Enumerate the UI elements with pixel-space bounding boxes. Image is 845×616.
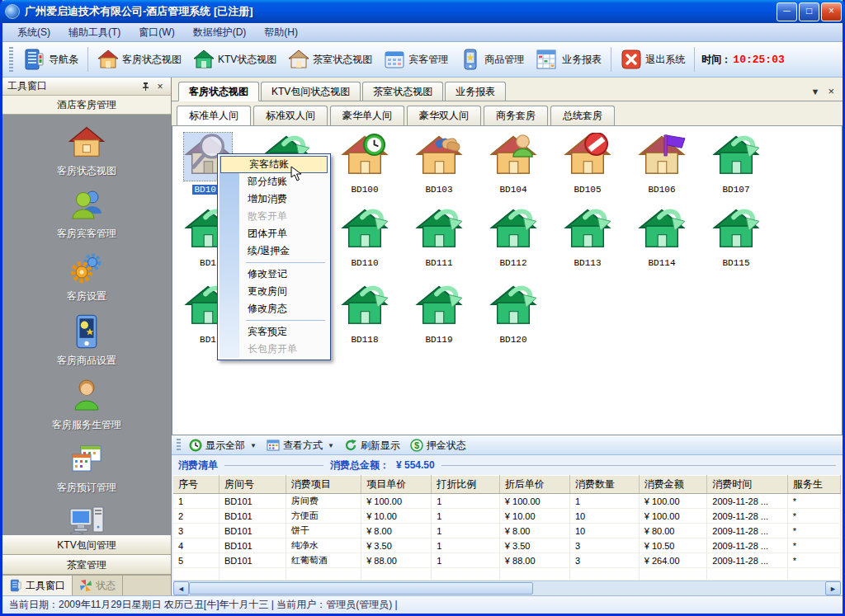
scroll-left-button[interactable]: ◄ [173,581,189,595]
scrollbar-thumb[interactable] [189,582,533,595]
room-BD110[interactable]: BD110 [332,206,398,269]
column-header-9[interactable]: 服务生 [787,476,840,494]
menu-item-0[interactable]: 系统(S) [9,24,59,41]
menu-item-1[interactable]: 辅助工具(T) [60,24,129,41]
room-BD111[interactable]: BD111 [406,206,472,269]
pin-icon[interactable] [139,82,151,92]
toolbar-button-1[interactable]: 客房状态视图 [92,47,187,72]
room-BD104[interactable]: BD104 [480,133,546,195]
doc-tab-2[interactable]: 茶室状态视图 [362,82,443,101]
context-menu-item-0[interactable]: 宾客结账 [220,156,328,173]
room-label: BD110 [349,258,380,268]
table-cell-empty [787,568,840,581]
sidebar-item-5[interactable]: 客房预订管理 [2,443,171,495]
room-type-tab-5[interactable]: 总统套房 [550,106,615,125]
column-header-3[interactable]: 项目单价 [361,476,432,494]
column-header-2[interactable]: 消费项目 [286,476,361,494]
room-type-tab-2[interactable]: 豪华单人间 [330,106,404,125]
tab-close-icon[interactable]: × [828,85,834,97]
toolbar-button-3[interactable]: 茶室状态视图 [282,47,378,72]
column-header-0[interactable]: 序号 [173,476,220,494]
dropdown-arrow-icon[interactable]: ▼ [328,442,334,449]
sidebar-group-hotel-rooms[interactable]: 酒店客房管理 [2,96,171,115]
sidebar-item-2[interactable]: 客房设置 [2,252,171,303]
room-BD119[interactable]: BD119 [406,283,472,346]
column-header-6[interactable]: 消费数量 [569,476,639,494]
sidebar-item-3[interactable]: 客房商品设置 [2,314,171,368]
context-menu-item-7[interactable]: 修改登记 [220,266,328,283]
room-BD115[interactable]: BD115 [703,206,769,269]
action-button-3[interactable]: $押金状态 [405,439,471,453]
status-pinwheel-icon [79,579,92,592]
toolbar-grip[interactable] [9,47,13,72]
context-menu-item-5[interactable]: 续/退押金 [220,242,328,260]
action-button-1[interactable]: 查看方式▼ [262,439,339,453]
context-menu-item-8[interactable]: 更改房间 [220,283,328,300]
toolbar-button-6[interactable]: 业务报表 [530,46,607,73]
toolbar-grip[interactable] [177,439,181,452]
room-label: BD1 [198,335,218,345]
menu-item-2[interactable]: 窗口(W) [130,24,182,41]
table-row[interactable]: 5BD101红葡萄酒¥ 88.001¥ 88.003¥ 264.002009-1… [173,553,841,568]
sidebar-item-label: 客房预订管理 [2,481,171,495]
scroll-right-button[interactable]: ► [825,581,841,595]
table-row[interactable]: 4BD101纯净水¥ 3.501¥ 3.503¥ 10.502009-11-28… [173,538,841,553]
doc-tab-0[interactable]: 客房状态视图 [178,82,259,101]
doc-tab-1[interactable]: KTV包间状态视图 [261,82,361,101]
sidebar-bottom-tab-0[interactable]: 工具窗口 [2,576,73,595]
sidebar-group-bar-0[interactable]: KTV包间管理 [2,535,171,555]
room-type-tab-3[interactable]: 豪华双人间 [407,106,481,125]
room-BD105[interactable]: BD105 [555,133,621,195]
room-BD100[interactable]: BD100 [332,133,398,195]
column-header-8[interactable]: 消费时间 [707,476,787,494]
sidebar-item-1[interactable]: 客房宾客管理 [2,189,171,241]
room-BD120[interactable]: BD120 [480,283,546,346]
context-menu-item-9[interactable]: 修改房态 [220,300,328,317]
minimize-button[interactable]: ─ [777,2,797,21]
context-menu-item-4[interactable]: 团体开单 [220,225,328,242]
room-BD112[interactable]: BD112 [480,206,546,269]
room-type-tab-0[interactable]: 标准单人间 [177,106,251,126]
room-type-tab-1[interactable]: 标准双人间 [253,106,328,125]
toolbar-button-0[interactable]: 导航条 [17,46,84,73]
table-cell-empty [569,568,639,581]
scrollbar-track[interactable] [533,581,825,595]
table-row[interactable]: 1BD101房间费¥ 100.001¥ 100.001¥ 100.002009-… [173,494,841,509]
room-BD107[interactable]: BD107 [703,133,769,195]
room-BD113[interactable]: BD113 [555,206,621,269]
menu-item-3[interactable]: 数据维护(D) [185,24,255,41]
menu-item-4[interactable]: 帮助(H) [256,24,306,41]
maximize-button[interactable]: □ [799,2,819,21]
table-row[interactable]: 2BD101方便面¥ 10.001¥ 10.0010¥ 100.002009-1… [173,509,841,524]
sidebar-item-6[interactable]: 客房其他款项登记 [2,505,171,535]
tab-list-dropdown-icon[interactable]: ▼ [811,87,820,96]
sidebar-close-icon[interactable]: × [154,81,166,92]
column-header-5[interactable]: 折后单价 [499,476,569,494]
sidebar-item-0[interactable]: 客房状态视图 [2,125,171,178]
action-button-2[interactable]: 刷新显示 [339,439,405,453]
close-button[interactable]: × [821,2,842,21]
doc-tab-3[interactable]: 业务报表 [445,82,506,101]
table-row[interactable]: 3BD101饼干¥ 8.001¥ 8.0010¥ 80.002009-11-28… [173,524,841,538]
action-button-0[interactable]: 显示全部▼ [184,439,262,453]
toolbar-button-5[interactable]: 商品管理 [454,47,530,72]
toolbar-button-4[interactable]: 宾客管理 [378,47,454,72]
column-header-4[interactable]: 打折比例 [432,476,500,494]
room-BD114[interactable]: BD114 [629,206,695,269]
toolbar-button-7[interactable]: 退出系统 [615,47,691,72]
context-menu-item-11[interactable]: 宾客预定 [220,323,328,341]
room-BD118[interactable]: BD118 [332,283,398,346]
context-menu-item-1[interactable]: 部分结账 [220,173,328,190]
toolbar-button-2[interactable]: KTV状态视图 [187,47,282,72]
table-horizontal-scrollbar[interactable]: ◄ ► [173,581,841,595]
context-menu-item-2[interactable]: 增加消费 [220,190,328,208]
sidebar-bottom-tab-1[interactable]: 状态 [73,576,123,595]
room-BD106[interactable]: BD106 [629,133,695,195]
room-BD103[interactable]: BD103 [406,133,472,195]
dropdown-arrow-icon[interactable]: ▼ [250,442,257,449]
column-header-1[interactable]: 房间号 [220,476,286,494]
sidebar-group-bar-1[interactable]: 茶室管理 [2,555,171,575]
sidebar-item-4[interactable]: 客房服务生管理 [2,379,171,432]
column-header-7[interactable]: 消费金额 [639,476,707,494]
room-type-tab-4[interactable]: 商务套房 [484,106,548,125]
